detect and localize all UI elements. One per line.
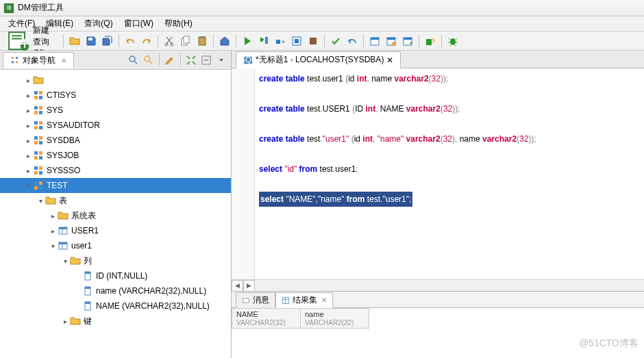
tree-item[interactable]: ▸SYSJOB	[0, 148, 231, 163]
commit-icon[interactable]	[328, 34, 343, 49]
expand-icon[interactable]	[184, 53, 198, 67]
svg-rect-58	[39, 181, 42, 185]
cut-icon[interactable]	[162, 34, 177, 49]
svg-rect-57	[34, 181, 38, 185]
window-title: DM管理工具	[18, 2, 64, 14]
undo-icon[interactable]	[123, 34, 138, 49]
tree-item[interactable]: ▾列	[0, 253, 231, 268]
svg-point-29	[16, 61, 18, 64]
svg-rect-76	[283, 297, 289, 303]
svg-point-30	[129, 56, 135, 62]
paste-icon[interactable]	[195, 34, 210, 49]
col-header[interactable]: nameVARCHAR2(32)	[301, 309, 369, 329]
edit-icon[interactable]	[163, 53, 177, 67]
svg-rect-11	[200, 36, 204, 38]
export-icon[interactable]	[423, 34, 438, 49]
svg-rect-52	[39, 156, 42, 159]
debug-icon[interactable]	[445, 34, 460, 49]
h-scroll[interactable]: ◀▶	[232, 279, 644, 291]
copy-icon[interactable]	[178, 34, 193, 49]
tree-item[interactable]: ▾TEST	[0, 178, 231, 193]
run-script-icon[interactable]	[256, 34, 271, 49]
svg-rect-44	[39, 126, 42, 129]
svg-rect-53	[34, 166, 38, 170]
tree-item[interactable]: ▾user1	[0, 238, 231, 253]
tree-item[interactable]: ▸SYSDBA	[0, 133, 231, 148]
svg-point-27	[16, 57, 18, 60]
tree-item[interactable]: ▸SYS	[0, 103, 231, 118]
redo-icon[interactable]	[139, 34, 154, 49]
rollback-icon[interactable]	[345, 34, 360, 49]
result-tab[interactable]: 消息	[236, 292, 275, 308]
svg-rect-54	[39, 166, 42, 170]
svg-rect-36	[39, 96, 42, 99]
new-query-button[interactable]: + 新建查询(N)	[3, 34, 60, 49]
svg-rect-45	[34, 136, 38, 140]
result-tab[interactable]: 结果集✕	[275, 292, 333, 308]
tree-item[interactable]: ▸键	[0, 314, 231, 329]
calendar2-icon[interactable]	[384, 34, 399, 49]
svg-rect-56	[39, 171, 42, 175]
close-editor-icon[interactable]: ✕	[386, 55, 393, 65]
tree-item[interactable]: ID (INT,NULL)	[0, 268, 231, 283]
step-over-icon[interactable]	[273, 34, 288, 49]
tree-item[interactable]: ▸系统表	[0, 208, 231, 223]
open-icon[interactable]	[67, 34, 82, 49]
tree-item[interactable]: ▸	[0, 73, 231, 88]
svg-rect-50	[39, 151, 42, 155]
find2-icon[interactable]	[142, 53, 156, 67]
svg-point-25	[450, 38, 456, 45]
tree-item[interactable]: ▸USER1	[0, 223, 231, 238]
gutter	[232, 68, 255, 279]
svg-rect-13	[276, 40, 280, 44]
svg-rect-70	[85, 287, 90, 289]
menu-item[interactable]: 帮助(H)	[159, 16, 198, 31]
editor-tab[interactable]: SQL *无标题1 - LOCALHOST(SYSDBA) ✕	[236, 51, 401, 68]
svg-rect-43	[34, 126, 38, 129]
sql-editor[interactable]: create table test.user1 (id int, name va…	[232, 68, 644, 279]
menu-item[interactable]: 窗口(W)	[119, 16, 159, 31]
svg-rect-51	[34, 156, 38, 159]
svg-rect-75	[243, 298, 249, 303]
object-nav-tab[interactable]: 对象导航 ✕	[3, 52, 74, 68]
tree-item[interactable]: ▾表	[0, 193, 231, 208]
svg-rect-15	[295, 39, 299, 43]
stop-icon[interactable]	[306, 34, 321, 49]
right-panel: SQL *无标题1 - LOCALHOST(SYSDBA) ✕ create t…	[232, 51, 644, 358]
svg-rect-72	[85, 302, 90, 304]
home-icon[interactable]	[217, 34, 232, 49]
col-header[interactable]: NAMEVARCHAR2(32)	[232, 309, 301, 329]
collapse-icon[interactable]	[199, 53, 213, 67]
step-into-icon[interactable]	[289, 34, 304, 49]
svg-rect-59	[34, 186, 38, 190]
svg-rect-39	[34, 111, 38, 114]
svg-point-26	[12, 57, 14, 60]
tree-item[interactable]: ▸SYSAUDITOR	[0, 118, 231, 133]
find1-icon[interactable]	[127, 53, 140, 67]
left-panel: 对象导航 ✕ ▸▸CTISYS▸SYS▸SYSAUDITOR▸SYSDBA▸SY…	[0, 51, 232, 358]
svg-rect-65	[59, 242, 67, 244]
run-icon[interactable]	[240, 34, 255, 49]
tree-item[interactable]: name (VARCHAR2(32),NULL)	[0, 283, 231, 298]
save-icon[interactable]	[84, 34, 99, 49]
object-tree[interactable]: ▸▸CTISYS▸SYS▸SYSAUDITOR▸SYSDBA▸SYSJOB▸SY…	[0, 70, 231, 358]
app-icon: ⊞	[4, 3, 14, 13]
calendar1-icon[interactable]	[367, 34, 382, 49]
svg-rect-41	[34, 121, 38, 125]
svg-rect-24	[426, 39, 432, 45]
svg-rect-20	[387, 38, 395, 40]
title-bar: ⊞ DM管理工具	[0, 0, 644, 16]
save-all-icon[interactable]	[100, 34, 115, 49]
svg-rect-23	[404, 38, 412, 40]
svg-rect-34	[39, 91, 42, 94]
tree-item[interactable]: NAME (VARCHAR2(32),NULL)	[0, 298, 231, 314]
result-grid[interactable]: NAMEVARCHAR2(32)nameVARCHAR2(32)	[232, 308, 644, 358]
close-tab-icon[interactable]: ✕	[61, 57, 66, 64]
svg-rect-33	[34, 91, 38, 94]
svg-rect-48	[39, 141, 42, 144]
menu-item[interactable]: 查询(Q)	[79, 16, 118, 31]
menu-icon[interactable]	[214, 53, 228, 67]
tree-item[interactable]: ▸SYSSSO	[0, 163, 231, 178]
calendar3-icon[interactable]	[400, 34, 415, 49]
tree-item[interactable]: ▸CTISYS	[0, 88, 231, 103]
